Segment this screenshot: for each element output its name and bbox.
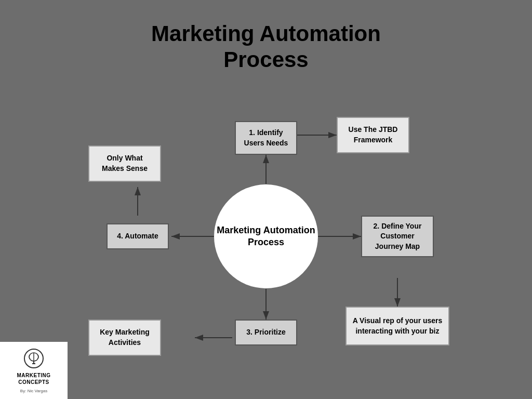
step3-box: 3. Prioritize — [235, 320, 297, 345]
step2-box: 2. Define Your Customer Journey Map — [361, 216, 434, 257]
brand-sub: By: Nic Vargas — [20, 389, 47, 393]
brand-logo-icon — [23, 348, 44, 369]
jtbd-box: Use The JTBD Framework — [337, 117, 409, 153]
visual-rep-box: A Visual rep of your users interacting w… — [345, 307, 449, 345]
key-marketing-box: Key Marketing Activities — [88, 320, 161, 356]
step4-box: 4. Automate — [107, 223, 169, 249]
brand-name: MARKETING CONCEPTS — [17, 372, 50, 385]
diagram-area: Marketing Automation Process 1. Identify… — [0, 83, 532, 399]
step1-box: 1. Identify Users Needs — [235, 121, 297, 155]
center-circle: Marketing Automation Process — [214, 184, 318, 288]
page-title: Marketing Automation Process — [0, 0, 532, 73]
brand-corner: MARKETING CONCEPTS By: Nic Vargas — [0, 342, 68, 399]
only-what-box: Only What Makes Sense — [88, 145, 161, 182]
page-container: Marketing Automation Process — [0, 0, 532, 399]
